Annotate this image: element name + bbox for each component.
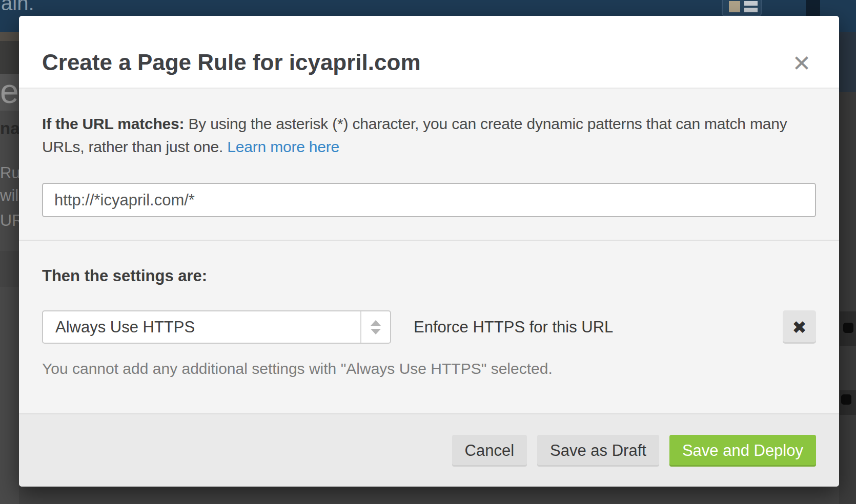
background-text-fragment: e [0,72,19,111]
background-layout-icon [722,0,762,16]
background-band [0,41,19,74]
remove-setting-icon[interactable]: ✖ [783,310,816,344]
url-pattern-input[interactable] [42,183,816,217]
select-stepper-icon[interactable] [360,311,390,343]
close-icon[interactable]: ✕ [790,52,813,75]
setting-select[interactable]: Always Use HTTPS [42,310,391,344]
wrench-icon [843,323,853,333]
save-as-draft-button[interactable]: Save as Draft [537,435,659,467]
modal-header: Create a Page Rule for icyapril.com ✕ [19,16,839,89]
setting-helper-text: You cannot add any additional settings w… [42,360,816,399]
layout-icon-square [729,1,740,12]
chevron-up-icon [371,320,381,326]
wrench-icon [841,394,851,405]
learn-more-link[interactable]: Learn more here [227,138,339,155]
settings-heading: Then the settings are: [42,267,816,285]
background-band [0,251,19,287]
modal-title: Create a Page Rule for icyapril.com [42,50,421,75]
setting-row: Always Use HTTPS Enforce HTTPS for this … [42,310,816,344]
chevron-down-icon [371,329,381,334]
background-left-strip: e nav Ru will UR [0,32,19,504]
background-text-fragment: UR [0,211,19,230]
cancel-button[interactable]: Cancel [452,435,527,467]
modal-footer: Cancel Save as Draft Save and Deploy [19,413,839,487]
background-text-fragment: will [0,186,19,205]
setting-description: Enforce HTTPS for this URL [414,310,613,344]
background-heading-fragment: ain. [1,0,34,15]
layout-icon-bar [744,8,758,12]
save-and-deploy-button[interactable]: Save and Deploy [669,435,816,467]
layout-icon-bar [744,1,758,6]
background-band [0,32,19,41]
modal-body: If the URL matches: By using the asteris… [19,112,839,399]
create-page-rule-modal: Create a Page Rule for icyapril.com ✕ If… [19,16,839,487]
background-band [839,32,856,92]
setting-select-value: Always Use HTTPS [43,311,360,343]
section-divider [19,240,839,241]
background-text-fragment: Ru [0,164,19,182]
background-text-fragment: nav [0,119,19,138]
url-match-label: If the URL matches: [42,115,184,132]
background-right-strip [839,32,856,504]
url-match-description: If the URL matches: By using the asteris… [42,112,801,158]
